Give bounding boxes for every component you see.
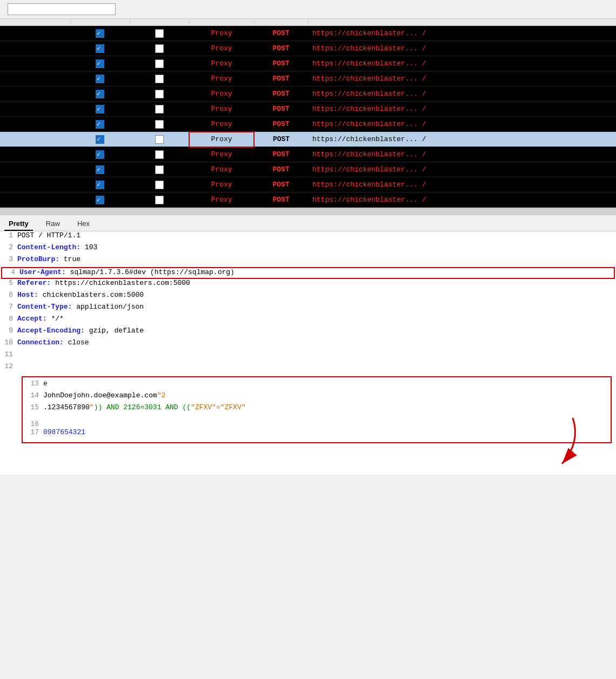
table-row[interactable]: ProxyPOSThttps://chickenblaster... /	[0, 162, 616, 177]
line-number: 2	[0, 243, 17, 251]
cell-complete1[interactable]	[70, 177, 130, 192]
http-value: sqlmap/1.7.3.6#dev (https://sqlmap.org)	[66, 268, 235, 276]
checkbox-unchecked[interactable]	[155, 165, 164, 174]
table-row[interactable]: ProxyPOSThttps://chickenblaster... /	[0, 56, 616, 71]
table-row[interactable]: ProxyPOSThttps://chickenblaster... /	[0, 117, 616, 132]
checkbox-checked[interactable]	[96, 120, 104, 129]
line-number: 9	[0, 327, 17, 335]
table-row[interactable]: ProxyPOSThttps://chickenblaster... /	[0, 147, 616, 162]
checkbox-checked[interactable]	[96, 196, 104, 204]
cell-complete1[interactable]	[70, 102, 130, 117]
checkbox-unchecked[interactable]	[155, 75, 164, 83]
cell-complete2[interactable]	[130, 177, 189, 192]
cell-host: https://chickenblaster... /	[308, 117, 616, 132]
cell-complete2[interactable]	[130, 132, 189, 147]
cell-complete1[interactable]	[70, 147, 130, 162]
cell-complete2[interactable]	[130, 102, 189, 117]
cell-complete2[interactable]	[130, 162, 189, 177]
line-number: 3	[0, 255, 17, 263]
http-value: close	[64, 338, 89, 347]
checkbox-checked[interactable]	[96, 44, 104, 53]
cell-tool: Proxy	[189, 26, 254, 41]
cell-complete2[interactable]	[130, 56, 189, 71]
cell-complete1[interactable]	[70, 71, 130, 86]
table-row[interactable]: ProxyPOSThttps://chickenblaster... /	[0, 177, 616, 192]
cell-complete2[interactable]	[130, 147, 189, 162]
checkbox-checked[interactable]	[96, 181, 104, 189]
cell-tags	[0, 132, 70, 147]
checkbox-checked[interactable]	[96, 75, 104, 83]
table-row[interactable]: ProxyPOSThttps://chickenblaster... /	[0, 102, 616, 117]
cell-complete1[interactable]	[70, 162, 130, 177]
cell-complete2[interactable]	[130, 192, 189, 208]
body-line-16: 16	[26, 415, 607, 428]
cell-complete1[interactable]	[70, 86, 130, 102]
cell-complete2[interactable]	[130, 117, 189, 132]
line-number: 17	[26, 428, 43, 436]
col-host	[308, 19, 616, 26]
checkbox-unchecked[interactable]	[155, 120, 164, 129]
cell-complete2[interactable]	[130, 86, 189, 102]
checkbox-unchecked[interactable]	[155, 181, 164, 189]
checkbox-unchecked[interactable]	[155, 90, 164, 98]
cell-host: https://chickenblaster... /	[308, 71, 616, 86]
checkbox-checked[interactable]	[96, 90, 104, 98]
tab-hex[interactable]: Hex	[73, 217, 94, 231]
checkbox-unchecked[interactable]	[155, 135, 164, 144]
http-line-4: 4User-Agent: sqlmap/1.7.3.6#dev (https:/…	[1, 267, 615, 279]
http-key: Accept:	[17, 315, 47, 323]
checkbox-unchecked[interactable]	[155, 196, 164, 204]
checkbox-unchecked[interactable]	[155, 150, 164, 159]
http-body-box: 13e14JohnDoejohn.doe@example.com"215.123…	[22, 376, 612, 443]
table-row[interactable]: ProxyPOSThttps://chickenblaster... /	[0, 132, 616, 147]
cell-complete1[interactable]	[70, 41, 130, 56]
checkbox-checked[interactable]	[96, 59, 104, 68]
cell-complete1[interactable]	[70, 117, 130, 132]
checkbox-checked[interactable]	[96, 105, 104, 114]
cell-host: https://chickenblaster... /	[308, 41, 616, 56]
cell-tool: Proxy	[189, 147, 254, 162]
cell-complete1[interactable]	[70, 26, 130, 41]
http-line-12: 12	[0, 362, 616, 374]
tab-pretty[interactable]: Pretty	[4, 217, 33, 231]
cell-complete2[interactable]	[130, 71, 189, 86]
body-line-content: .1234567890")) AND 2126=3031 AND (("ZFXV…	[43, 403, 607, 414]
http-line-3: 3ProtoBurp: true	[0, 255, 616, 267]
cell-tool: Proxy	[189, 102, 254, 117]
checkbox-checked[interactable]	[96, 150, 104, 159]
checkbox-checked[interactable]	[96, 165, 104, 174]
cell-complete2[interactable]	[130, 26, 189, 41]
cell-complete1[interactable]	[70, 56, 130, 71]
line-number: 8	[0, 315, 17, 323]
filter-input[interactable]	[8, 3, 116, 15]
http-line-10: 10Connection: close	[0, 338, 616, 350]
line-number: 15	[26, 403, 43, 411]
line-content: POST / HTTP/1.1	[17, 231, 616, 239]
checkbox-unchecked[interactable]	[155, 44, 164, 53]
line-number: 12	[0, 362, 17, 370]
tab-bar: Pretty Raw Hex	[0, 215, 616, 231]
checkbox-unchecked[interactable]	[155, 59, 164, 68]
cell-tags	[0, 192, 70, 208]
cell-complete1[interactable]	[70, 132, 130, 147]
cell-complete2[interactable]	[130, 41, 189, 56]
line-number: 6	[0, 291, 17, 299]
table-row[interactable]: ProxyPOSThttps://chickenblaster... /	[0, 192, 616, 208]
tab-raw[interactable]: Raw	[42, 217, 64, 231]
checkbox-unchecked[interactable]	[155, 29, 164, 38]
http-value: https://chickenblasters.com:5000	[51, 279, 190, 287]
table-row[interactable]: ProxyPOSThttps://chickenblaster... /	[0, 71, 616, 86]
checkbox-checked[interactable]	[96, 29, 104, 38]
table-row[interactable]: ProxyPOSThttps://chickenblaster... /	[0, 41, 616, 56]
checkbox-checked[interactable]	[96, 135, 104, 144]
table-row[interactable]: ProxyPOSThttps://chickenblaster... /	[0, 86, 616, 102]
scrollbar-area[interactable]	[0, 208, 616, 214]
line-number: 7	[0, 303, 17, 311]
col-tags	[0, 19, 70, 26]
checkbox-unchecked[interactable]	[155, 105, 164, 114]
cell-host: https://chickenblaster... /	[308, 177, 616, 192]
table-row[interactable]: ProxyPOSThttps://chickenblaster... /	[0, 26, 616, 41]
http-value: */*	[47, 315, 64, 323]
cell-complete1[interactable]	[70, 192, 130, 208]
http-line-5: 5Referer: https://chickenblasters.com:50…	[0, 279, 616, 291]
